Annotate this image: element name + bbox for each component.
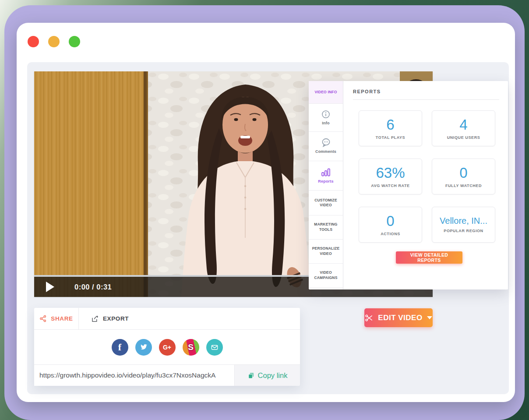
reports-divider bbox=[353, 99, 499, 100]
sidebar-label-customize-video: CUSTOMIZE VIDEO bbox=[312, 198, 339, 208]
tab-export-label: EXPORT bbox=[103, 315, 129, 322]
tab-share[interactable]: SHARE bbox=[34, 308, 79, 329]
twitter-bird-icon bbox=[139, 342, 148, 352]
share-tabs: SHARE EXPORT bbox=[34, 308, 300, 330]
page: 0:00 / 0:31 SHARE bbox=[0, 0, 529, 420]
scissors-icon bbox=[365, 314, 374, 322]
facebook-glyph: f bbox=[118, 342, 121, 353]
reports-panel: VIDEO INFO Info bbox=[309, 81, 508, 289]
sidebar-label-info: Info bbox=[322, 120, 329, 126]
sidebar-label-personalize-video: PERSONALIZE VIDEO bbox=[312, 246, 340, 257]
window-controls bbox=[28, 36, 80, 47]
stat-label-avg-watch-rate: AVG WATCH RATE bbox=[371, 184, 409, 188]
copy-link-label: Copy link bbox=[258, 371, 288, 380]
sidebar-label-video-info: VIDEO INFO bbox=[314, 90, 337, 95]
google-plus-icon[interactable]: G+ bbox=[159, 339, 176, 356]
video-info-sidebar: VIDEO INFO Info bbox=[309, 81, 343, 289]
social-share-row: f G+ S bbox=[34, 330, 300, 364]
browser-window: 0:00 / 0:31 SHARE bbox=[17, 23, 515, 402]
stat-label-popular-region: POPULAR REGION bbox=[444, 229, 483, 233]
stat-card-fully-watched: 0 FULLY WATCHED bbox=[432, 159, 495, 194]
minimize-window-button[interactable] bbox=[48, 36, 60, 47]
sidebar-label-comments: Comments bbox=[315, 149, 336, 155]
stat-card-avg-watch-rate: 63% AVG WATCH RATE bbox=[359, 159, 422, 194]
slack-glyph: S bbox=[188, 342, 194, 352]
stat-value-popular-region: Vellore, IN... bbox=[440, 216, 487, 225]
info-icon bbox=[321, 109, 331, 119]
share-icon bbox=[39, 315, 47, 322]
chevron-down-icon bbox=[427, 316, 432, 319]
sidebar-item-marketing-tools[interactable]: MARKETING TOOLS bbox=[309, 215, 343, 240]
zoom-window-button[interactable] bbox=[69, 36, 80, 47]
stat-value-actions: 0 bbox=[386, 214, 394, 228]
tab-export[interactable]: EXPORT bbox=[79, 308, 129, 329]
sidebar-label-video-campaigns: VIDEO CAMPAIGNS bbox=[312, 270, 339, 281]
stat-card-popular-region: Vellore, IN... POPULAR REGION bbox=[432, 207, 495, 243]
reports-icon bbox=[321, 167, 331, 177]
view-detailed-reports-button[interactable]: VIEW DETAILED REPORTS bbox=[396, 251, 462, 264]
video-url-row: https://growth.hippovideo.io/video/play/… bbox=[34, 364, 300, 386]
edit-video-label: EDIT VIDEO bbox=[378, 314, 422, 322]
facebook-icon[interactable]: f bbox=[112, 339, 128, 356]
stat-value-fully-watched: 0 bbox=[459, 166, 467, 180]
edit-video-button[interactable]: EDIT VIDEO bbox=[364, 308, 433, 327]
stat-value-total-plays: 6 bbox=[386, 117, 394, 132]
reports-content: REPORTS 6 TOTAL PLAYS 4 UNIQUE USERS 63%… bbox=[343, 81, 508, 289]
stat-card-total-plays: 6 TOTAL PLAYS bbox=[359, 110, 422, 146]
play-icon[interactable] bbox=[46, 282, 54, 292]
sidebar-label-publish-video: PUBLISH VIDEO bbox=[312, 288, 339, 289]
close-window-button[interactable] bbox=[28, 36, 39, 47]
sidebar-item-video-campaigns[interactable]: VIDEO CAMPAIGNS bbox=[309, 264, 343, 288]
sidebar-item-personalize-video[interactable]: PERSONALIZE VIDEO bbox=[309, 240, 343, 264]
sidebar-item-reports[interactable]: Reports bbox=[309, 161, 343, 191]
sidebar-label-reports: Reports bbox=[318, 179, 333, 184]
slack-icon[interactable]: S bbox=[183, 339, 199, 356]
comments-icon bbox=[321, 138, 331, 148]
video-url-input[interactable]: https://growth.hippovideo.io/video/play/… bbox=[34, 365, 234, 386]
twitter-icon[interactable] bbox=[135, 339, 152, 356]
share-panel: SHARE EXPORT f bbox=[34, 308, 300, 385]
sidebar-item-comments[interactable]: Comments bbox=[309, 132, 343, 161]
sidebar-item-video-info[interactable]: VIDEO INFO bbox=[309, 81, 343, 104]
sidebar-label-marketing-tools: MARKETING TOOLS bbox=[312, 222, 339, 233]
video-time-display: 0:00 / 0:31 bbox=[74, 283, 112, 291]
stat-card-unique-users: 4 UNIQUE USERS bbox=[432, 110, 495, 146]
copy-icon bbox=[247, 372, 255, 379]
stat-value-avg-watch-rate: 63% bbox=[376, 166, 405, 180]
app-content-area: 0:00 / 0:31 SHARE bbox=[27, 62, 509, 394]
envelope-icon bbox=[210, 343, 219, 352]
stat-label-total-plays: TOTAL PLAYS bbox=[376, 135, 405, 140]
stat-label-fully-watched: FULLY WATCHED bbox=[445, 184, 482, 188]
stat-card-actions: 0 ACTIONS bbox=[359, 207, 422, 243]
stat-label-actions: ACTIONS bbox=[381, 232, 400, 236]
tab-share-label: SHARE bbox=[51, 315, 73, 322]
reports-title: REPORTS bbox=[353, 89, 381, 94]
google-plus-glyph: G+ bbox=[163, 344, 171, 351]
sidebar-item-info[interactable]: Info bbox=[309, 104, 343, 132]
email-icon[interactable] bbox=[206, 339, 223, 356]
copy-link-button[interactable]: Copy link bbox=[234, 365, 300, 386]
sidebar-item-customize-video[interactable]: CUSTOMIZE VIDEO bbox=[309, 191, 343, 215]
sidebar-item-publish-video[interactable]: PUBLISH VIDEO bbox=[309, 288, 343, 289]
stat-value-unique-users: 4 bbox=[459, 117, 467, 132]
stat-label-unique-users: UNIQUE USERS bbox=[447, 135, 480, 140]
export-icon bbox=[91, 315, 99, 323]
